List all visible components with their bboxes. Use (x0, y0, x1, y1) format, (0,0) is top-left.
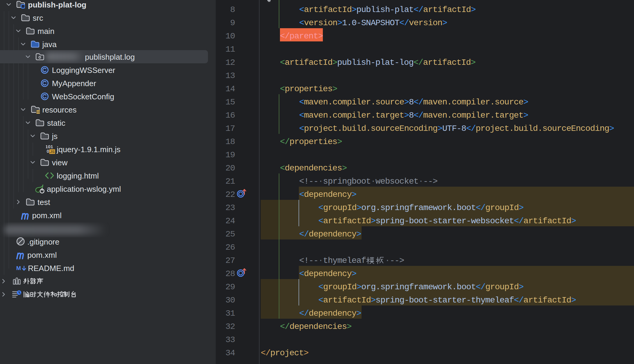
svg-text:0: 0 (47, 149, 49, 154)
svg-text:JS: JS (50, 150, 54, 154)
svg-text:M: M (16, 265, 21, 271)
